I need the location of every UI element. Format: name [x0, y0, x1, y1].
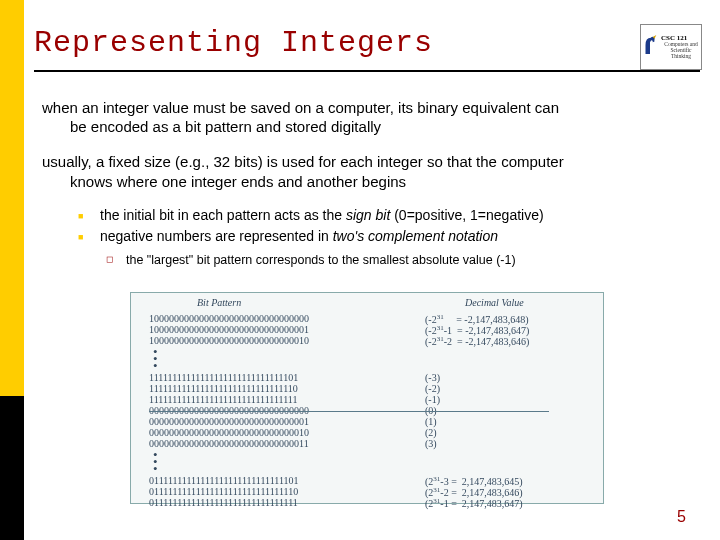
bullet-2: negative numbers are represented in two'…	[70, 228, 690, 246]
stripe-yellow	[0, 0, 24, 396]
figure-bits-cell: 10000000000000000000000000000000	[149, 313, 309, 324]
figure-bits-cell: 01111111111111111111111111111101	[149, 475, 299, 486]
figure-bits-cell: 00000000000000000000000000000011	[149, 438, 309, 449]
figure-divider	[149, 411, 549, 412]
sub-bullet-1: the "largest" bit pattern corresponds to…	[100, 252, 690, 268]
page-number: 5	[677, 508, 686, 526]
figure-bits-cell: 11111111111111111111111111111110	[149, 383, 298, 394]
figure-ellipsis: •••	[153, 348, 158, 369]
figure-value-cell: (-3)	[425, 372, 440, 383]
course-logo: CSC 121 Computers and Scientific Thinkin…	[640, 24, 702, 70]
figure-value-cell: (-1)	[425, 394, 440, 405]
figure-bits-cell: 01111111111111111111111111111111	[149, 497, 298, 508]
bullet-1-italic: sign bit	[346, 207, 390, 223]
slide: CSC 121 Computers and Scientific Thinkin…	[0, 0, 720, 540]
para-2-line2: knows where one integer ends and another…	[42, 172, 690, 191]
figure-value-cell: (-231-2 = -2,147,483,646)	[425, 335, 529, 347]
figure-value-cell: (231-1 = 2,147,483,647)	[425, 497, 523, 509]
para-2: usually, a fixed size (e.g., 32 bits) is…	[42, 152, 690, 190]
course-subtitle: Computers and Scientific Thinking	[661, 42, 701, 59]
figure-ellipsis: •••	[153, 451, 158, 472]
bullet-list: the initial bit in each pattern acts as …	[70, 207, 690, 268]
figure-bits-cell: 10000000000000000000000000000001	[149, 324, 309, 335]
bullet-2-italic: two's complement notation	[333, 228, 498, 244]
slide-body: when an integer value must be saved on a…	[42, 98, 690, 268]
figure-bits-cell: 10000000000000000000000000000010	[149, 335, 309, 346]
figure-value-cell: (2)	[425, 427, 437, 438]
figure-value-cell: (1)	[425, 416, 437, 427]
figure-value-cell: (3)	[425, 438, 437, 449]
para-1: when an integer value must be saved on a…	[42, 98, 690, 136]
figure-bits-cell: 00000000000000000000000000000001	[149, 416, 309, 427]
slide-title: Representing Integers	[34, 26, 636, 60]
figure-header-bits: Bit Pattern	[197, 297, 241, 308]
mascot-icon	[641, 34, 659, 60]
title-rule	[34, 70, 700, 72]
bullet-1-text-b: (0=positive, 1=negative)	[390, 207, 543, 223]
figure-bits-cell: 11111111111111111111111111111111	[149, 394, 298, 405]
para-1-line1: when an integer value must be saved on a…	[42, 99, 559, 116]
bullet-2-text-a: negative numbers are represented in	[100, 228, 333, 244]
twos-complement-figure: Bit Pattern Decimal Value 10000000000000…	[130, 292, 604, 504]
figure-bits-cell: 11111111111111111111111111111101	[149, 372, 298, 383]
bullet-1-text-a: the initial bit in each pattern acts as …	[100, 207, 346, 223]
figure-value-cell: (-2)	[425, 383, 440, 394]
figure-bits-cell: 00000000000000000000000000000010	[149, 427, 309, 438]
figure-bits-cell: 01111111111111111111111111111110	[149, 486, 298, 497]
para-2-line1: usually, a fixed size (e.g., 32 bits) is…	[42, 153, 564, 170]
para-1-line2: be encoded as a bit pattern and stored d…	[42, 117, 690, 136]
bullet-1: the initial bit in each pattern acts as …	[70, 207, 690, 225]
figure-header-decimal: Decimal Value	[465, 297, 524, 308]
